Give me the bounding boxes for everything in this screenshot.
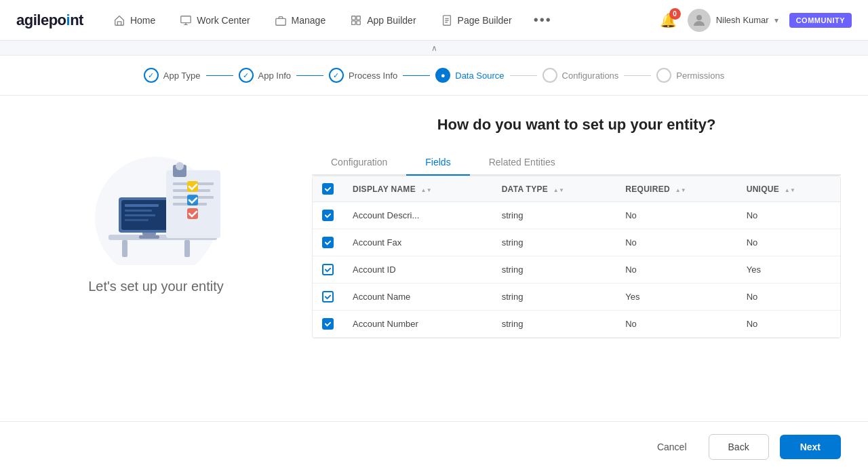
more-button[interactable]: ••• bbox=[534, 12, 552, 28]
step-label-process-info: Process Info bbox=[349, 71, 397, 81]
main-content: Let's set up your entity How do you want… bbox=[0, 96, 868, 421]
step-circle-app-type: ✓ bbox=[144, 68, 159, 83]
col-unique-header: UNIQUE ▲▼ bbox=[737, 176, 840, 202]
logo-text: agilepoint bbox=[16, 12, 83, 29]
check-icon bbox=[324, 239, 332, 246]
row-unique: No bbox=[737, 283, 840, 311]
logo[interactable]: agilepoint bbox=[16, 12, 83, 29]
left-panel: Let's set up your entity bbox=[27, 116, 285, 294]
row-checkbox-cell[interactable] bbox=[313, 283, 343, 311]
row-data-type: string bbox=[492, 256, 616, 283]
nav-item-page-builder[interactable]: Page Builder bbox=[438, 9, 515, 32]
row-display-name: Account Name bbox=[343, 283, 492, 311]
col-data-type-label: DATA TYPE bbox=[502, 184, 548, 194]
briefcase-icon bbox=[275, 14, 287, 26]
svg-rect-13 bbox=[139, 235, 159, 239]
next-button[interactable]: Next bbox=[780, 435, 841, 459]
nav-workcenter-label: Work Center bbox=[197, 15, 250, 26]
nav-item-work-center[interactable]: Work Center bbox=[177, 9, 252, 32]
row-display-name: Account ID bbox=[343, 256, 492, 283]
col-required-header: REQUIRED ▲▼ bbox=[616, 176, 736, 202]
row-unique: Yes bbox=[737, 256, 840, 283]
collapse-bar[interactable]: ∧ bbox=[0, 41, 868, 56]
cancel-button[interactable]: Cancel bbox=[646, 435, 698, 459]
step-line-2 bbox=[296, 75, 323, 76]
fields-table-scroll[interactable]: DISPLAY NAME ▲▼ DATA TYPE ▲▼ REQUIRED ▲▼ bbox=[312, 176, 841, 338]
community-button[interactable]: COMMUNITY bbox=[789, 13, 852, 28]
logo-dot: i bbox=[66, 12, 71, 28]
tab-related-entities[interactable]: Related Entities bbox=[470, 150, 574, 176]
nav-items: Home Work Center Manage App Builder bbox=[111, 9, 660, 32]
svg-rect-4 bbox=[352, 20, 355, 24]
sort-arrows-data-type[interactable]: ▲▼ bbox=[553, 188, 564, 193]
sort-arrows-required[interactable]: ▲▼ bbox=[675, 188, 686, 193]
row-checkbox-2[interactable] bbox=[322, 264, 334, 275]
entity-label: Let's set up your entity bbox=[88, 279, 223, 294]
tab-bar: Configuration Fields Related Entities bbox=[312, 150, 841, 176]
sort-arrows-unique[interactable]: ▲▼ bbox=[785, 188, 795, 193]
select-all-checkbox[interactable] bbox=[322, 183, 334, 195]
step-line-5 bbox=[624, 75, 651, 76]
row-checkbox-cell[interactable] bbox=[313, 229, 343, 256]
step-app-type: ✓ App Type bbox=[144, 68, 201, 83]
table-row: Account Descri... string No No bbox=[313, 202, 840, 229]
row-checkbox-cell[interactable] bbox=[313, 202, 343, 229]
row-checkbox-4[interactable] bbox=[322, 318, 334, 330]
step-circle-permissions bbox=[656, 68, 671, 83]
nav-home-label: Home bbox=[130, 15, 155, 26]
row-data-type: string bbox=[492, 202, 616, 229]
row-required: No bbox=[616, 256, 736, 283]
svg-rect-10 bbox=[122, 240, 127, 257]
row-display-name: Account Number bbox=[343, 311, 492, 338]
row-checkbox-cell[interactable] bbox=[313, 256, 343, 283]
tab-configuration[interactable]: Configuration bbox=[312, 150, 406, 176]
step-circle-process-info: ✓ bbox=[329, 68, 344, 83]
nav-right: 🔔 0 Nilesh Kumar ▾ COMMUNITY bbox=[660, 9, 852, 32]
check-icon bbox=[324, 185, 332, 193]
svg-rect-1 bbox=[275, 18, 285, 25]
nav-item-app-builder[interactable]: App Builder bbox=[347, 9, 418, 32]
user-name: Nilesh Kumar bbox=[716, 15, 769, 25]
nav-item-home[interactable]: Home bbox=[111, 9, 158, 32]
row-checkbox-cell[interactable] bbox=[313, 311, 343, 338]
step-circle-app-info: ✓ bbox=[239, 68, 254, 83]
step-label-app-type: App Type bbox=[163, 71, 201, 81]
svg-rect-18 bbox=[125, 214, 155, 216]
row-display-name: Account Fax bbox=[343, 229, 492, 256]
step-line-3 bbox=[403, 75, 430, 76]
user-chevron-icon: ▾ bbox=[774, 16, 778, 25]
table-row: Account Number string No No bbox=[313, 311, 840, 338]
row-checkbox-1[interactable] bbox=[322, 237, 334, 248]
col-required-label: REQUIRED bbox=[625, 184, 670, 194]
row-checkbox-3[interactable] bbox=[322, 291, 334, 302]
page-icon bbox=[441, 14, 453, 26]
step-permissions: Permissions bbox=[656, 68, 724, 83]
row-data-type: string bbox=[492, 229, 616, 256]
step-circle-configurations bbox=[542, 68, 557, 83]
svg-rect-2 bbox=[352, 16, 355, 19]
row-checkbox-0[interactable] bbox=[322, 210, 334, 221]
notif-badge: 0 bbox=[669, 8, 681, 20]
col-checkbox-header[interactable] bbox=[313, 176, 343, 202]
nav-item-manage[interactable]: Manage bbox=[272, 9, 329, 32]
step-data-source: ● Data Source bbox=[435, 68, 504, 83]
step-label-data-source: Data Source bbox=[455, 71, 504, 81]
avatar bbox=[688, 9, 711, 32]
row-required: Yes bbox=[616, 283, 736, 311]
svg-point-7 bbox=[696, 15, 702, 20]
entity-illustration bbox=[68, 130, 244, 265]
row-required: No bbox=[616, 311, 736, 338]
notification-bell[interactable]: 🔔 0 bbox=[660, 12, 677, 28]
table-row: Account ID string No Yes bbox=[313, 256, 840, 283]
step-circle-data-source: ● bbox=[435, 68, 450, 83]
row-display-name: Account Descri... bbox=[343, 202, 492, 229]
col-display-name-label: DISPLAY NAME bbox=[353, 184, 416, 194]
tab-fields[interactable]: Fields bbox=[406, 150, 469, 176]
fields-table: DISPLAY NAME ▲▼ DATA TYPE ▲▼ REQUIRED ▲▼ bbox=[313, 176, 840, 338]
user-area[interactable]: Nilesh Kumar ▾ bbox=[688, 9, 778, 32]
back-button[interactable]: Back bbox=[709, 434, 769, 460]
table-row: Account Fax string No No bbox=[313, 229, 840, 256]
row-unique: No bbox=[737, 202, 840, 229]
sort-arrows-display-name[interactable]: ▲▼ bbox=[421, 188, 432, 193]
svg-rect-19 bbox=[125, 219, 149, 221]
